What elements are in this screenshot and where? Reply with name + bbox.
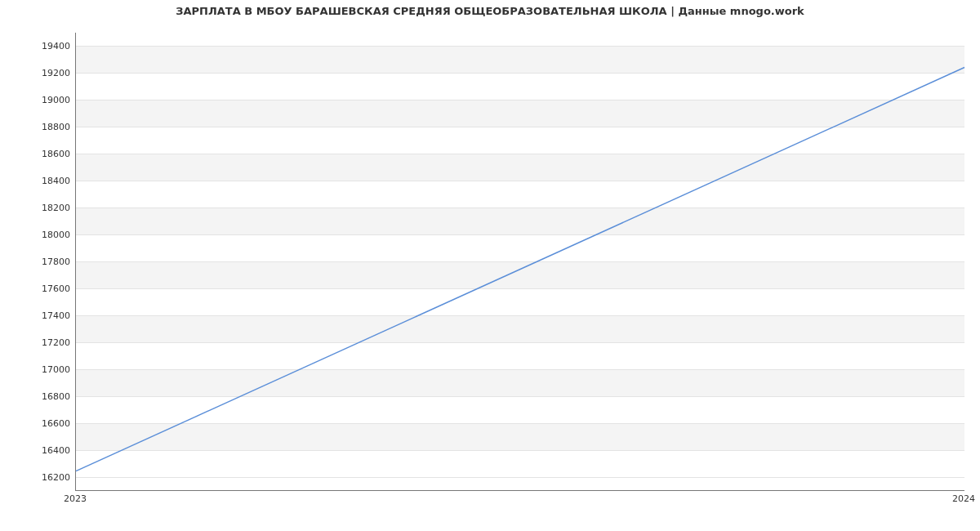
- y-tick-label: 16400: [31, 444, 70, 455]
- plot-area: [75, 33, 964, 491]
- y-tick-label: 19200: [31, 68, 70, 78]
- y-tick-label: 18800: [31, 122, 70, 132]
- y-tick-label: 17800: [31, 257, 70, 267]
- y-tick-label: 19000: [31, 95, 70, 105]
- chart-title: ЗАРПЛАТА В МБОУ БАРАШЕВСКАЯ СРЕДНЯЯ ОБЩЕ…: [0, 5, 980, 17]
- y-tick-label: 17000: [31, 364, 70, 374]
- y-tick-label: 18200: [31, 203, 70, 213]
- line-series: [76, 33, 964, 490]
- x-tick-label: 2023: [64, 493, 87, 504]
- y-tick-label: 18600: [31, 149, 70, 159]
- y-tick-label: 17200: [31, 337, 70, 347]
- y-tick-label: 18400: [31, 176, 70, 186]
- x-tick-label: 2024: [952, 493, 975, 504]
- y-tick-label: 16200: [31, 471, 70, 482]
- y-tick-label: 16800: [31, 390, 70, 401]
- y-tick-label: 19400: [31, 41, 70, 51]
- y-tick-label: 18000: [31, 230, 70, 240]
- chart-container: ЗАРПЛАТА В МБОУ БАРАШЕВСКАЯ СРЕДНЯЯ ОБЩЕ…: [0, 0, 980, 531]
- y-tick-label: 17400: [31, 310, 70, 320]
- y-tick-label: 16600: [31, 417, 70, 428]
- y-tick-label: 17600: [31, 283, 70, 293]
